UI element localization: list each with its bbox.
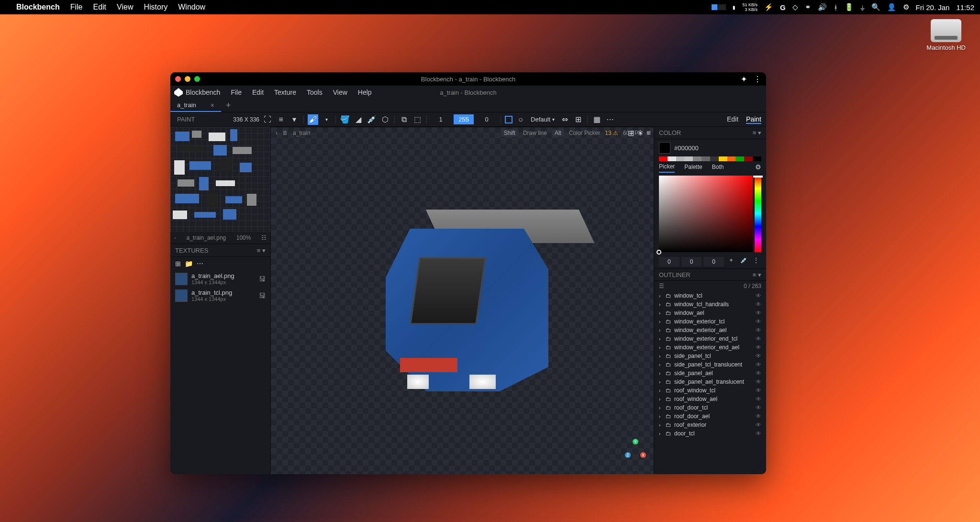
outliner-collapse-icon[interactable]: ▾ <box>758 271 761 278</box>
gizmo-z-axis[interactable]: Z <box>625 452 631 458</box>
rgb-g-input[interactable]: 0 <box>681 257 702 267</box>
palette-swatch[interactable] <box>676 156 685 161</box>
more-icon[interactable]: ⋮ <box>754 75 761 84</box>
visibility-icon[interactable]: 👁 <box>756 404 761 411</box>
hue-slider[interactable] <box>755 176 761 252</box>
outliner-item[interactable]: ›🗀window_exterior_end_tcl👁 <box>654 334 766 343</box>
outliner-item[interactable]: ›🗀roof_door_tcl👁 <box>654 403 766 412</box>
palette-swatch[interactable] <box>684 156 693 161</box>
control-center-icon[interactable]: ⚙ <box>903 3 909 11</box>
uv-editor[interactable] <box>170 127 270 232</box>
add-color-button[interactable]: + <box>726 257 736 267</box>
color-collapse-icon[interactable]: ▾ <box>758 129 761 136</box>
menu-edit[interactable]: Edit <box>93 3 106 11</box>
mirror-tool[interactable]: ⇔ <box>559 114 570 125</box>
grid-toggle[interactable]: ▦ <box>591 114 602 125</box>
copy-tool[interactable]: ⧉ <box>399 114 409 125</box>
outliner-item[interactable]: ›🗀window_exterior_end_ael👁 <box>654 343 766 352</box>
texture-item[interactable]: a_train_tcl.png1344 x 1344px🖫 <box>170 287 270 304</box>
chevron-right-icon[interactable]: › <box>659 293 664 299</box>
palette-swatch[interactable] <box>744 156 753 161</box>
chevron-right-icon[interactable]: › <box>659 345 664 350</box>
menu-history[interactable]: History <box>144 3 167 11</box>
outliner-item[interactable]: ›🗀roof_window_tcl👁 <box>654 386 766 395</box>
outliner-item[interactable]: ›🗀side_panel_ael👁 <box>654 369 766 378</box>
palette-swatch[interactable] <box>668 156 676 161</box>
nav-back-icon[interactable]: ‹ <box>276 130 278 136</box>
visibility-icon[interactable]: 👁 <box>756 361 761 368</box>
texture-item[interactable]: a_train_ael.png1344 x 1344px🖫 <box>170 270 270 287</box>
current-color-swatch[interactable] <box>659 142 670 154</box>
chevron-right-icon[interactable]: › <box>659 311 664 316</box>
visibility-icon[interactable]: 👁 <box>756 310 761 316</box>
volume-icon[interactable]: 🔊 <box>818 3 827 11</box>
outliner-item[interactable]: ›🗀roof_door_ael👁 <box>654 412 766 421</box>
fullscreen-icon[interactable]: ⛶ <box>262 114 273 125</box>
visibility-icon[interactable]: 👁 <box>756 301 761 308</box>
link-icon[interactable]: ⚭ <box>805 3 811 11</box>
visibility-icon[interactable]: 👁 <box>756 335 761 342</box>
menubar-date[interactable]: Fri 20. Jan <box>916 3 950 11</box>
visibility-icon[interactable]: 👁 <box>756 387 761 394</box>
visibility-icon[interactable]: 👁 <box>756 422 761 428</box>
chevron-right-icon[interactable]: › <box>659 371 664 376</box>
rgb-r-input[interactable]: 0 <box>659 257 679 267</box>
mode-tab-edit[interactable]: Edit <box>727 115 738 124</box>
dropdown-icon[interactable]: ▾ <box>321 114 332 125</box>
minimize-button[interactable] <box>185 76 190 82</box>
app-menu-edit[interactable]: Edit <box>247 87 268 98</box>
chevron-down-icon[interactable]: ▾ <box>289 114 300 125</box>
viewport-grid-icon[interactable]: ⊞ <box>628 129 634 138</box>
app-menu-help[interactable]: Help <box>353 87 377 98</box>
outliner-item[interactable]: ›🗀window_tcl👁 <box>654 291 766 300</box>
app-menu-file[interactable]: File <box>226 87 246 98</box>
chevron-right-icon[interactable]: › <box>659 354 664 359</box>
outliner-item[interactable]: ›🗀roof_window_ael👁 <box>654 395 766 403</box>
chevron-right-icon[interactable]: › <box>659 319 664 324</box>
gizmo-y-axis[interactable]: Y <box>633 439 638 444</box>
palette-swatch[interactable] <box>710 156 719 161</box>
chevron-right-icon[interactable]: › <box>659 328 664 333</box>
eraser-tool[interactable]: ◢ <box>353 114 364 125</box>
textures-collapse-icon[interactable]: ▾ <box>262 247 266 254</box>
lock-tool[interactable]: ⊞ <box>573 114 583 125</box>
menu-icon[interactable]: ≡ <box>276 114 286 125</box>
outliner-menu-icon[interactable]: ≡ <box>753 271 757 278</box>
menubar-time[interactable]: 11:52 <box>956 3 974 11</box>
brush-softness-input[interactable]: 0 <box>477 116 497 123</box>
color-hex-input[interactable]: #000000 <box>674 144 761 152</box>
chevron-right-icon[interactable]: › <box>659 422 664 428</box>
wifi-icon[interactable]: ⏚ <box>860 3 865 11</box>
chevron-right-icon[interactable]: › <box>659 302 664 307</box>
diamond-icon[interactable]: ◇ <box>792 3 798 11</box>
brush-shape-square[interactable] <box>505 116 512 123</box>
visibility-icon[interactable]: 👁 <box>756 430 761 437</box>
chevron-right-icon[interactable]: › <box>659 397 664 402</box>
saturation-value-picker[interactable] <box>659 176 753 252</box>
visibility-icon[interactable]: 👁 <box>756 353 761 359</box>
chevron-right-icon[interactable]: › <box>659 405 664 411</box>
visibility-icon[interactable]: 👁 <box>756 413 761 420</box>
app-menu-view[interactable]: View <box>328 87 352 98</box>
import-texture-button[interactable]: 📁 <box>185 260 193 267</box>
chevron-right-icon[interactable]: › <box>659 362 664 367</box>
outliner-item[interactable]: ›🗀window_exterior_ael👁 <box>654 326 766 334</box>
palette-swatch[interactable] <box>727 156 736 161</box>
viewport-menu-icon[interactable]: ≡ <box>646 129 651 138</box>
picker-tab-both[interactable]: Both <box>712 162 724 172</box>
palette-swatch[interactable] <box>735 156 744 161</box>
app-menu-texture[interactable]: Texture <box>269 87 301 98</box>
chevron-right-icon[interactable]: › <box>659 414 664 419</box>
visibility-icon[interactable]: 👁 <box>756 327 761 333</box>
close-button[interactable] <box>175 76 181 82</box>
visibility-icon[interactable]: 👁 <box>756 396 761 402</box>
palette-swatch[interactable] <box>659 156 668 161</box>
tab-add-button[interactable]: + <box>221 100 236 111</box>
app-menu-tools[interactable]: Tools <box>302 87 327 98</box>
warning-count[interactable]: 13 ⚠ <box>605 130 618 136</box>
picker-tool[interactable]: 💉 <box>367 114 377 125</box>
outliner-item[interactable]: ›🗀side_panel_tcl👁 <box>654 352 766 360</box>
picker-tab-palette[interactable]: Palette <box>684 162 702 172</box>
desktop-icon-hd[interactable]: Macintosh HD <box>926 19 966 51</box>
palette-swatch[interactable] <box>693 156 702 161</box>
